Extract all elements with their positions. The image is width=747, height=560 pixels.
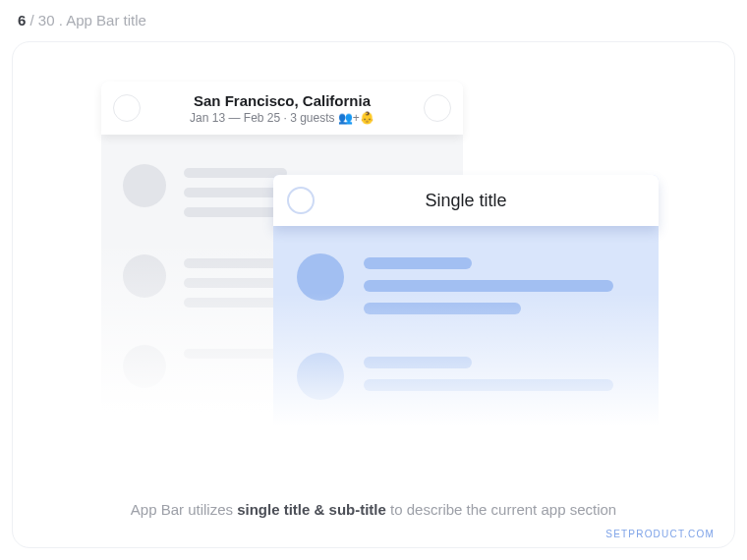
caption-suffix: to describe the current app section — [386, 501, 616, 518]
avatar-placeholder-icon — [123, 164, 166, 207]
avatar-placeholder-icon — [123, 254, 166, 298]
nav-left-button[interactable] — [287, 187, 315, 214]
text-placeholder — [364, 303, 521, 314]
nav-left-button[interactable] — [113, 94, 141, 122]
slide-current: 6 — [18, 12, 26, 28]
avatar-placeholder-icon — [123, 345, 166, 388]
app-bar-single: Single title — [273, 175, 659, 226]
caption-prefix: App Bar utilizes — [131, 501, 237, 518]
text-placeholder — [184, 258, 287, 268]
avatar-placeholder-icon — [297, 353, 344, 400]
list-item — [297, 353, 635, 402]
text-placeholder — [364, 257, 472, 269]
list-body — [273, 240, 659, 450]
text-placeholder — [364, 357, 472, 368]
app-bar-title: San Francisco, California — [101, 92, 463, 109]
app-bar-subtitle: Jan 13 — Feb 25 · 3 guests 👥+👶 — [101, 111, 463, 125]
app-bar-double: San Francisco, California Jan 13 — Feb 2… — [101, 82, 463, 135]
text-placeholder — [364, 280, 613, 292]
list-item — [297, 253, 635, 325]
slide-frame: San Francisco, California Jan 13 — Feb 2… — [12, 41, 735, 548]
slide-title: App Bar title — [66, 12, 146, 28]
nav-right-button[interactable] — [424, 94, 451, 122]
footer-link[interactable]: SETPRODUCT.COM — [605, 529, 715, 539]
slide-sep: / — [30, 12, 38, 28]
app-bar-title-group: San Francisco, California Jan 13 — Feb 2… — [101, 92, 463, 125]
slide-total: 30 — [38, 12, 55, 28]
caption-strong: single title & sub-title — [237, 501, 386, 518]
text-placeholder — [184, 168, 287, 178]
app-bar-title: Single title — [273, 191, 659, 211]
text-placeholder — [184, 349, 287, 359]
slide-caption: App Bar utilizes single title & sub-titl… — [13, 501, 734, 518]
text-placeholder — [364, 379, 613, 391]
avatar-placeholder-icon — [297, 253, 344, 301]
example-card-single-line: Single title — [273, 175, 659, 450]
slide-breadcrumb: 6 / 30 . App Bar title — [18, 12, 146, 28]
